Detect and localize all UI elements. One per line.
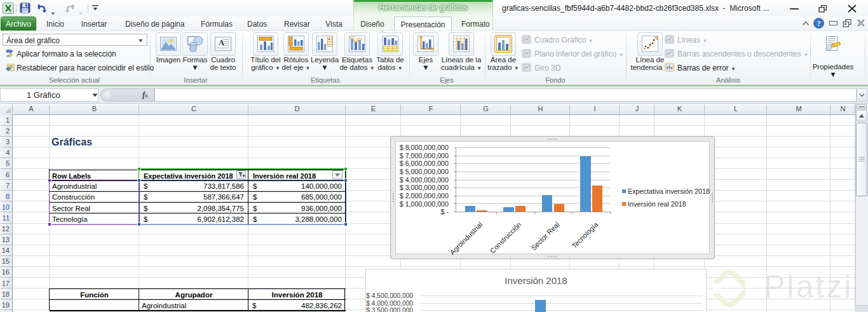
- svg-text:?: ?: [817, 20, 821, 27]
